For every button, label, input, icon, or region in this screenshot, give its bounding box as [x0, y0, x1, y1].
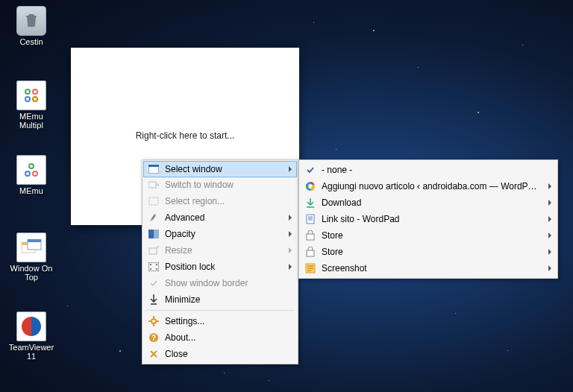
submenu-arrow-icon: [548, 183, 551, 189]
submenu-arrow-icon: [289, 231, 292, 237]
menu-item-label: Minimize: [165, 294, 200, 305]
svg-rect-36: [307, 215, 314, 224]
submenu-item-wordpad[interactable]: Link sito - WordPad: [301, 211, 556, 227]
svg-text:?: ?: [151, 334, 156, 342]
desktop-icon-label: Cestin: [7, 37, 55, 46]
submenu-arrow-icon: [289, 166, 292, 172]
submenu-arrow-icon: [548, 233, 551, 238]
desktop-icon-label: TeamViewer 11: [7, 343, 55, 361]
menu-item-label: Select region...: [165, 196, 225, 206]
menu-item-label: Advanced: [165, 212, 204, 223]
submenu-arrow-icon: [548, 265, 551, 271]
menu-item-label: Close: [165, 349, 188, 359]
app-icon: [16, 155, 46, 185]
submenu-item-download[interactable]: Download: [301, 195, 556, 211]
svg-point-1: [33, 89, 37, 94]
submenu-arrow-icon: [289, 247, 292, 253]
svg-point-4: [29, 164, 34, 168]
desktop-icon-window-on-top[interactable]: Window On Top: [7, 233, 55, 282]
app-icon: [16, 233, 46, 262]
window-message: Right-click here to start...: [136, 130, 235, 141]
submenu-arrow-icon: [548, 249, 551, 255]
menu-item-show-border[interactable]: Show window border: [144, 275, 296, 291]
submenu-item-store-2[interactable]: Store: [301, 244, 556, 260]
menu-item-label: Opacity: [165, 229, 195, 239]
svg-point-6: [33, 171, 37, 176]
desktop-icon-teamviewer[interactable]: TeamViewer 11: [7, 312, 55, 361]
submenu-arrow-icon: [289, 215, 292, 221]
svg-point-2: [25, 97, 30, 101]
desktop-icon-label: MEmu: [7, 186, 55, 195]
submenu-item-wordpress[interactable]: Aggiungi nuovo articolo ‹ androidaba.com…: [301, 178, 556, 195]
menu-item-settings[interactable]: Settings...: [144, 313, 296, 329]
gear-icon: [147, 314, 160, 328]
chrome-icon: [304, 180, 317, 193]
opacity-icon: [147, 227, 160, 241]
check-icon: [147, 276, 160, 290]
teamviewer-icon: [16, 312, 46, 341]
menu-item-label: Select window: [165, 164, 222, 174]
submenu-item-none[interactable]: - none -: [301, 162, 556, 178]
svg-point-0: [25, 89, 30, 94]
menu-item-label: Show window border: [165, 278, 248, 288]
select-window-icon: [147, 162, 160, 176]
menu-item-label: About...: [165, 332, 195, 343]
menu-item-label: Download: [322, 197, 361, 208]
menu-item-switch-to-window[interactable]: Switch to window: [144, 177, 296, 193]
svg-rect-16: [154, 230, 159, 238]
recycle-bin-icon: [16, 6, 46, 36]
menu-item-label: Store: [322, 230, 343, 241]
menu-item-label: Screenshot: [322, 263, 367, 274]
menu-item-label: Settings...: [165, 316, 204, 326]
menu-item-close[interactable]: Close: [144, 346, 296, 362]
menu-item-resize[interactable]: Resize: [144, 242, 296, 259]
menu-item-opacity[interactable]: Opacity: [144, 226, 296, 242]
submenu-item-screenshot[interactable]: Screenshot: [301, 260, 556, 276]
select-region-icon: [147, 195, 160, 208]
download-icon: [304, 196, 317, 209]
menu-item-select-region[interactable]: Select region...: [144, 193, 296, 209]
menu-item-label: Position lock: [165, 262, 215, 272]
position-lock-icon: [147, 260, 160, 274]
menu-item-about[interactable]: ? About...: [144, 329, 296, 346]
svg-rect-10: [28, 239, 41, 242]
svg-point-22: [156, 268, 157, 270]
about-icon: ?: [147, 331, 160, 344]
switch-window-icon: [147, 178, 160, 192]
menu-item-label: - none -: [322, 165, 352, 175]
svg-rect-17: [149, 248, 157, 254]
menu-item-advanced[interactable]: Advanced: [144, 209, 296, 226]
screenshot-icon: [304, 262, 317, 275]
svg-rect-13: [148, 182, 156, 188]
close-icon: [147, 347, 160, 361]
svg-point-19: [150, 264, 151, 265]
desktop-icon-memu-multi[interactable]: MEmu Multipl: [7, 80, 55, 130]
submenu-arrow-icon: [548, 200, 551, 206]
menu-item-minimize[interactable]: Minimize: [144, 291, 296, 308]
submenu-arrow-icon: [289, 264, 292, 270]
svg-point-5: [25, 171, 30, 176]
menu-item-select-window[interactable]: Select window: [143, 161, 297, 177]
select-window-submenu: - none - Aggiungi nuovo articolo ‹ andro…: [298, 159, 558, 279]
svg-rect-18: [148, 262, 159, 271]
svg-point-3: [33, 97, 37, 101]
menu-item-label: Switch to window: [165, 180, 234, 190]
submenu-item-store-1[interactable]: Store: [301, 227, 556, 244]
store-icon: [304, 245, 317, 259]
menu-item-label: Resize: [165, 245, 192, 256]
store-icon: [304, 229, 317, 242]
svg-point-20: [156, 264, 157, 265]
svg-rect-41: [307, 250, 314, 256]
menu-separator: [145, 310, 295, 311]
svg-rect-12: [148, 165, 159, 167]
app-icon: [16, 80, 46, 110]
context-menu: Select window Switch to window Select re…: [142, 159, 298, 364]
menu-item-label: Link sito - WordPad: [322, 214, 400, 224]
desktop-icon-memu[interactable]: MEmu: [7, 155, 55, 195]
svg-rect-15: [148, 230, 154, 238]
menu-item-position-lock[interactable]: Position lock: [144, 259, 296, 275]
check-icon: [304, 163, 317, 177]
svg-rect-40: [307, 234, 314, 240]
desktop-icon-recycle-bin[interactable]: Cestin: [7, 6, 55, 46]
desktop-icon-label: MEmu Multipl: [7, 112, 55, 130]
